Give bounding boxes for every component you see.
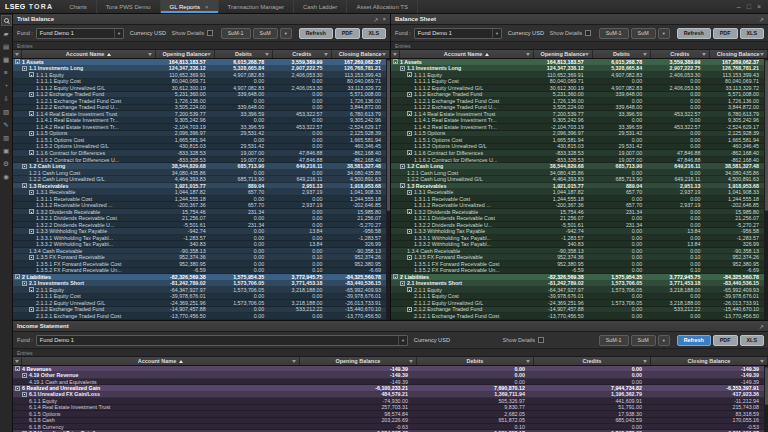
collapse-icon[interactable] — [29, 287, 34, 292]
xls-button[interactable]: XLS — [362, 28, 386, 39]
collapse-icon[interactable] — [407, 255, 412, 260]
collapse-icon[interactable] — [22, 373, 27, 378]
maximize-icon[interactable]: □ — [744, 3, 754, 10]
filter-icon[interactable] — [265, 53, 269, 56]
modules-icon[interactable]: ▣ — [1, 145, 12, 156]
undock-panel-icon[interactable]: ↗ — [759, 323, 764, 330]
sum1-button[interactable]: SuM-1 — [221, 28, 251, 39]
collapse-icon[interactable] — [22, 183, 27, 188]
collapse-icon[interactable] — [400, 281, 405, 286]
undock-panel-icon[interactable]: ↗ — [759, 16, 764, 23]
tab-charts[interactable]: Charts — [60, 0, 97, 13]
list-icon[interactable]: ≡ — [1, 67, 12, 78]
column-header-debits[interactable]: Debits — [593, 50, 651, 58]
chevron-down-icon[interactable]: ▼ — [114, 29, 123, 38]
tab-gl-reports[interactable]: GL Reports× — [161, 0, 219, 13]
scrollbar-thumb[interactable] — [765, 60, 768, 211]
refresh-button[interactable]: Refresh — [677, 335, 711, 346]
filter-icon[interactable] — [585, 53, 589, 56]
scrollbar-thumb[interactable] — [765, 367, 768, 405]
tab-asset-allocation-ts[interactable]: Asset Allocation TS — [347, 0, 418, 13]
collapse-icon[interactable] — [29, 111, 34, 116]
collapse-icon[interactable] — [15, 366, 20, 371]
collapse-icon[interactable] — [22, 164, 27, 169]
column-header-account-name[interactable]: Account Name — [22, 357, 300, 365]
reports-icon[interactable]: ▧ — [1, 106, 12, 117]
refresh-button[interactable]: Refresh — [299, 28, 333, 39]
collapse-icon[interactable] — [22, 392, 27, 397]
column-header-credits[interactable]: Credits — [651, 50, 709, 58]
vertical-scrollbar[interactable] — [764, 59, 768, 320]
collapse-icon[interactable] — [29, 209, 34, 214]
collapse-icon[interactable] — [29, 72, 34, 77]
filter-column-header[interactable] — [13, 50, 22, 58]
collapse-icon[interactable] — [15, 386, 20, 391]
collapse-icon[interactable] — [29, 190, 34, 195]
column-header-closing-balance[interactable]: Closing Balance — [332, 50, 390, 58]
collapse-icon[interactable] — [29, 92, 34, 97]
sum-dropdown-button[interactable]: ▼ — [658, 28, 670, 39]
filter-icon[interactable] — [409, 360, 413, 363]
sum-dropdown-button[interactable]: ▼ — [280, 28, 292, 39]
xls-button[interactable]: XLS — [740, 28, 764, 39]
scrollbar-thumb[interactable] — [387, 60, 390, 211]
chevron-down-icon[interactable]: ▼ — [398, 336, 407, 345]
close-tab-icon[interactable]: × — [205, 4, 209, 10]
fund-select[interactable]: Fund Demo 1 ▼ — [36, 28, 124, 39]
collapse-icon[interactable] — [407, 307, 412, 312]
minimize-icon[interactable]: – — [734, 3, 744, 10]
edit-icon[interactable]: ✎ — [1, 119, 12, 130]
filter-icon[interactable] — [643, 360, 647, 363]
info-icon[interactable]: ◉ — [1, 171, 12, 182]
fund-select[interactable]: Fund Demo 1 ▼ — [36, 335, 408, 346]
collapse-icon[interactable] — [22, 281, 27, 286]
pdf-button[interactable]: PDF — [335, 28, 360, 39]
show-details-checkbox[interactable] — [585, 30, 591, 36]
filter-icon[interactable] — [292, 360, 296, 363]
collapse-icon[interactable] — [29, 150, 34, 155]
filter-icon[interactable] — [207, 53, 211, 56]
collapse-icon[interactable] — [29, 255, 34, 260]
close-icon[interactable]: × — [754, 3, 764, 10]
collapse-icon[interactable] — [400, 164, 405, 169]
tab-cash-ladder[interactable]: Cash Ladder — [294, 0, 347, 13]
sum-button[interactable]: SuM — [253, 28, 278, 39]
collapse-icon[interactable] — [15, 59, 20, 64]
collapse-icon[interactable] — [407, 92, 412, 97]
filter-icon[interactable] — [643, 53, 647, 56]
filter-icon[interactable] — [15, 53, 19, 56]
close-panel-icon[interactable]: × — [382, 16, 386, 23]
filter-icon[interactable] — [526, 53, 530, 56]
collapse-icon[interactable] — [29, 131, 34, 136]
download-icon[interactable]: ⇩ — [1, 93, 12, 104]
vertical-scrollbar[interactable] — [386, 59, 390, 320]
filter-icon[interactable] — [393, 53, 397, 56]
collapse-icon[interactable] — [407, 72, 412, 77]
collapse-icon[interactable] — [29, 307, 34, 312]
pdf-button[interactable]: PDF — [713, 335, 738, 346]
collapse-icon[interactable] — [29, 229, 34, 234]
chevron-down-icon[interactable]: ▼ — [492, 29, 501, 38]
collapse-icon[interactable] — [407, 287, 412, 292]
ledger-icon[interactable]: ▥ — [1, 132, 12, 143]
show-details-checkbox[interactable] — [207, 30, 213, 36]
filter-column-header[interactable] — [13, 357, 22, 365]
column-header-closing-balance[interactable]: Closing Balance — [710, 50, 768, 58]
tab-tora-pws-demo[interactable]: Tora PWS Demo — [97, 0, 161, 13]
column-header-account-name[interactable]: Account Name — [22, 50, 156, 58]
collapse-icon[interactable] — [407, 229, 412, 234]
collapse-icon[interactable] — [407, 209, 412, 214]
vertical-scrollbar[interactable] — [764, 366, 768, 432]
collapse-icon[interactable] — [407, 150, 412, 155]
fund-select[interactable]: Fund Demo 1 ▼ — [414, 28, 502, 39]
filter-icon[interactable] — [324, 53, 328, 56]
column-header-credits[interactable]: Credits — [273, 50, 331, 58]
undock-panel-icon[interactable]: ↗ — [373, 16, 378, 23]
positions-icon[interactable]: ▰ — [1, 28, 12, 39]
filter-icon[interactable] — [760, 53, 764, 56]
column-header-debits[interactable]: Debits — [417, 357, 534, 365]
sum1-button[interactable]: SuM-1 — [599, 28, 629, 39]
collapse-icon[interactable] — [22, 66, 27, 71]
column-header-opening-balance[interactable]: Opening Balance — [156, 50, 214, 58]
filter-icon[interactable] — [148, 53, 152, 56]
